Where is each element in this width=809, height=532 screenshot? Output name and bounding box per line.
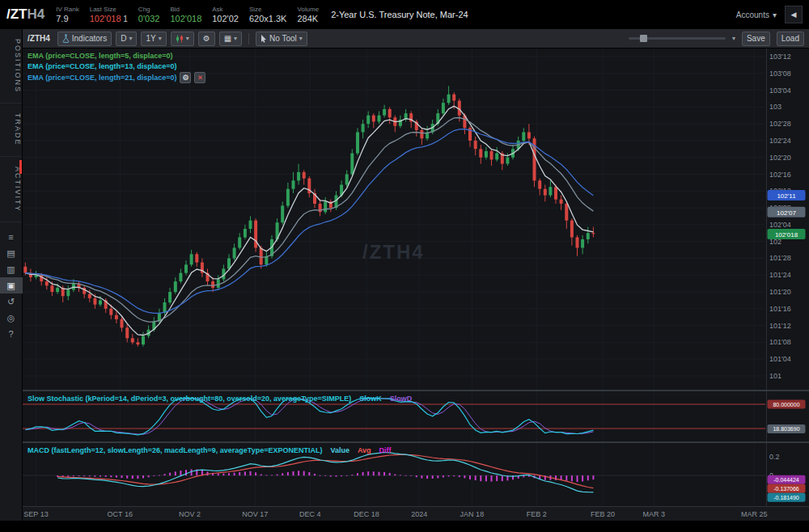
- expand-panel-button[interactable]: ◀: [785, 6, 803, 23]
- svg-text:103'04: 103'04: [769, 87, 791, 95]
- symbol-expiry: H4: [28, 6, 45, 22]
- time-axis-label: DEC 4: [299, 510, 321, 518]
- quote-field-chg: Chg0'032: [138, 6, 160, 23]
- chart-type-dropdown[interactable]: ▾: [171, 32, 194, 46]
- scan-icon[interactable]: ▥: [0, 261, 23, 277]
- accounts-dropdown[interactable]: Accounts ▾: [736, 11, 777, 19]
- svg-text:101'16: 101'16: [769, 305, 791, 313]
- svg-text:101'08: 101'08: [769, 338, 791, 346]
- drawing-tool-dropdown[interactable]: No Tool▾: [256, 32, 307, 46]
- svg-text:102'24: 102'24: [769, 137, 791, 145]
- stochastic-pane: Slow Stochastic (kPeriod=14, dPeriod=3, …: [23, 391, 809, 441]
- chart-settings-button[interactable]: ⚙: [198, 32, 215, 46]
- svg-text:102'11: 102'11: [777, 192, 796, 200]
- caret-down-icon[interactable]: ▾: [732, 35, 735, 42]
- svg-text:102'28: 102'28: [769, 120, 791, 128]
- range-dropdown[interactable]: 1Y▾: [141, 32, 166, 46]
- price-pane: /ZTH4 EMA (price=CLOSE, length=5, displa…: [23, 49, 809, 390]
- study-remove-icon[interactable]: ×: [194, 72, 205, 83]
- legend-item-slowd: SlowD: [390, 394, 413, 404]
- chart-stack: /ZTH4 EMA (price=CLOSE, length=5, displa…: [23, 49, 809, 521]
- chart-panel: /ZTH4 Indicators D▾ 1Y▾ ▾ ⚙ ▦▾ No Tool▾: [23, 29, 809, 521]
- svg-text:101'20: 101'20: [769, 288, 791, 296]
- sidebar-tab-trade[interactable]: TRADE: [0, 103, 22, 157]
- time-axis-label: NOV 17: [242, 510, 268, 518]
- chart-symbol-label: /ZTH4: [28, 34, 50, 43]
- sidebar-tab-positions[interactable]: POSITIONS: [0, 29, 22, 103]
- symbol-root: /ZT: [6, 6, 28, 22]
- instrument-description: 2-Year U.S. Treasury Note, Mar-24: [331, 10, 468, 19]
- macd-pane: MACD (fastLength=12, slowLength=26, macd…: [23, 443, 809, 506]
- zoom-slider[interactable]: [629, 37, 726, 40]
- trading-app-window: /ZTH4 IV Rank7.9Last Size102'018 1Chg0'0…: [0, 0, 809, 532]
- quote-fields: IV Rank7.9Last Size102'018 1Chg0'032Bid1…: [56, 6, 329, 23]
- quote-field-iv-rank: IV Rank7.9: [56, 6, 78, 23]
- time-axis-label: 2024: [411, 510, 427, 518]
- symbol-title: /ZTH4: [6, 6, 44, 23]
- caret-down-icon: ▾: [129, 35, 132, 42]
- activity-alert-indicator: [19, 160, 22, 174]
- chart-layout-dropdown[interactable]: ▦▾: [219, 32, 242, 46]
- indicators-button[interactable]: Indicators: [57, 32, 112, 46]
- help-icon[interactable]: ?: [0, 326, 23, 342]
- time-axis-label: FEB 2: [527, 510, 547, 518]
- time-axis-label: DEC 18: [354, 510, 379, 518]
- svg-text:103'08: 103'08: [769, 70, 791, 78]
- watchlist-icon[interactable]: ▤: [0, 245, 23, 261]
- quote-field-size: Size620x1.3K: [249, 6, 286, 23]
- svg-text:103'12: 103'12: [769, 53, 791, 61]
- svg-text:101'28: 101'28: [769, 254, 791, 262]
- svg-text:102'018: 102'018: [775, 231, 798, 239]
- svg-text:103: 103: [769, 103, 781, 111]
- price-study-labels: EMA (price=CLOSE, length=5, displace=0)E…: [28, 51, 205, 83]
- svg-text:101'04: 101'04: [769, 355, 791, 363]
- chevron-left-icon: ◀: [791, 11, 797, 19]
- sidebar-tabs: POSITIONSTRADEACTIVITY: [0, 29, 22, 222]
- study-label: MACD (fastLength=12, slowLength=26, macd…: [28, 445, 322, 456]
- caret-down-icon: ▾: [159, 35, 162, 42]
- legend-item-slowk: SlowK: [359, 394, 382, 404]
- study-label: Slow Stochastic (kPeriod=14, dPeriod=3, …: [28, 394, 351, 404]
- history-icon[interactable]: ↺: [0, 293, 23, 310]
- main-chart-canvas[interactable]: 103'12103'08103'04103102'28102'24102'201…: [23, 49, 809, 390]
- svg-text:102'07: 102'07: [777, 209, 796, 217]
- study-settings-icon[interactable]: ⚙: [180, 72, 191, 83]
- sidebar-tab-activity[interactable]: ACTIVITY: [0, 157, 22, 223]
- chart-toolbar: /ZTH4 Indicators D▾ 1Y▾ ▾ ⚙ ▦▾ No Tool▾: [23, 29, 809, 49]
- community-icon[interactable]: ◎: [0, 310, 23, 326]
- svg-text:101'12: 101'12: [769, 322, 791, 330]
- left-sidebar: POSITIONSTRADEACTIVITY ≡▤▥▣↺◎?: [0, 29, 23, 521]
- caret-down-icon: ▾: [234, 35, 237, 42]
- time-axis-label: MAR 25: [741, 510, 768, 518]
- ema-study-label: EMA (price=CLOSE, length=21, displace=0): [28, 73, 176, 83]
- quote-field-last-size: Last Size102'018 1: [90, 6, 128, 23]
- time-axis-label: OCT 16: [108, 510, 133, 518]
- caret-down-icon: ▾: [773, 11, 777, 19]
- charts-icon[interactable]: ▣: [0, 277, 23, 293]
- legend-item-avg: Avg: [358, 445, 371, 456]
- quote-field-volume: Volume284K: [297, 6, 319, 23]
- quote-field-ask: Ask102'02: [212, 6, 239, 23]
- timeframe-dropdown[interactable]: D▾: [116, 32, 137, 46]
- legend-item-value: Value: [330, 445, 349, 456]
- zoom-slider-handle[interactable]: [640, 35, 647, 42]
- svg-text:-0.044424: -0.044424: [773, 477, 799, 483]
- time-axis[interactable]: SEP 13OCT 16NOV 2NOV 17DEC 4DEC 182024JA…: [23, 506, 809, 521]
- svg-text:102'16: 102'16: [769, 171, 791, 179]
- save-button[interactable]: Save: [742, 32, 770, 46]
- load-button[interactable]: Load: [777, 32, 804, 46]
- legend-item-diff: Diff: [379, 445, 392, 456]
- ema-study-label: EMA (price=CLOSE, length=13, displace=0): [28, 61, 176, 72]
- svg-text:-0.181490: -0.181490: [773, 495, 799, 500]
- time-axis-label: FEB 20: [591, 510, 615, 518]
- time-axis-label: NOV 2: [179, 510, 201, 518]
- grid-icon: ▦: [224, 34, 231, 43]
- svg-text:101: 101: [769, 372, 781, 380]
- quote-field-bid: Bid102'018: [170, 6, 201, 23]
- indicators-label: Indicators: [72, 34, 107, 43]
- svg-text:80.000000: 80.000000: [773, 402, 799, 407]
- svg-text:0.2: 0.2: [769, 453, 780, 461]
- sidebar-icons: ≡▤▥▣↺◎?: [0, 229, 22, 342]
- status-bar: [0, 521, 809, 532]
- quotes-icon[interactable]: ≡: [0, 229, 23, 245]
